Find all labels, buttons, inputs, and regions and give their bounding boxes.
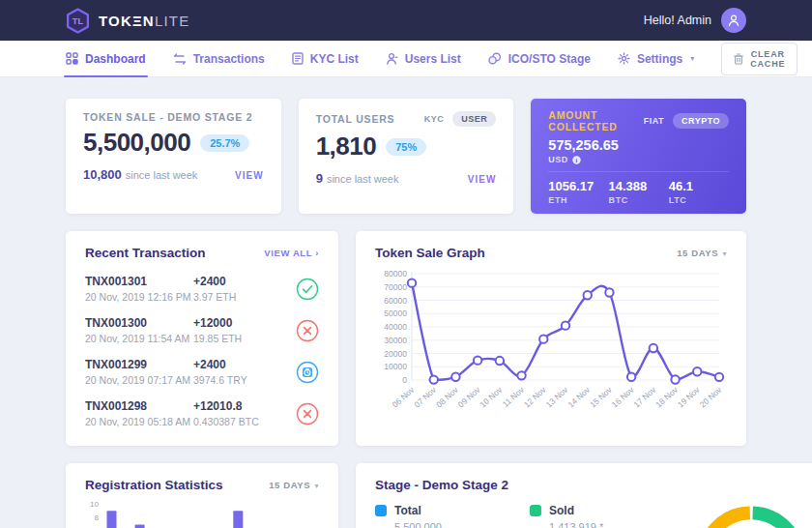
amount-collected-title: AMOUNT COLLECTED xyxy=(548,109,638,132)
nav-tab-transactions[interactable]: Transactions xyxy=(173,41,265,76)
person-icon xyxy=(727,14,740,27)
svg-text:13 Nov: 13 Nov xyxy=(544,385,570,410)
nav-label: Settings xyxy=(637,52,682,66)
token-sale-card: TOKEN SALE - DEMO STAGE 2 5,500,000 25.7… xyxy=(66,99,281,214)
failed-cross-icon xyxy=(296,319,319,342)
kyc-list-icon xyxy=(292,52,304,65)
nav-tab-settings[interactable]: Settings ▾ xyxy=(618,41,694,76)
trash-icon xyxy=(734,53,743,65)
dashboard-content: TOKEN SALE - DEMO STAGE 2 5,500,000 25.7… xyxy=(0,77,812,528)
toggle-fiat[interactable]: FIAT xyxy=(639,113,669,129)
svg-text:50000: 50000 xyxy=(384,308,407,318)
svg-text:10: 10 xyxy=(90,500,99,509)
fiat-amount-value: 575,256.65 xyxy=(548,137,729,153)
svg-text:60000: 60000 xyxy=(384,296,407,306)
token-sale-percent-badge: 25.7% xyxy=(200,134,249,152)
crypto-amount-btc: 14.388 BTC xyxy=(609,179,669,205)
svg-text:40000: 40000 xyxy=(384,322,407,332)
svg-text:14 Nov: 14 Nov xyxy=(566,385,592,410)
chevron-down-icon: ▾ xyxy=(722,249,727,258)
svg-text:09 Nov: 09 Nov xyxy=(456,385,482,410)
dashboard-grid-icon xyxy=(66,52,78,65)
svg-text:30000: 30000 xyxy=(384,336,407,345)
fiat-crypto-toggle: FIAT CRYPTO xyxy=(639,113,729,129)
toggle-user[interactable]: USER xyxy=(452,111,496,127)
nav-tab-dashboard[interactable]: Dashboard xyxy=(66,41,146,76)
fiat-currency-label: USD xyxy=(548,155,568,164)
svg-text:11 Nov: 11 Nov xyxy=(501,385,527,410)
svg-text:80000: 80000 xyxy=(384,269,407,279)
legend-item-sold: Sold 1,413,919 * xyxy=(530,504,684,528)
total-users-percent-badge: 75% xyxy=(386,138,426,156)
total-users-view-link[interactable]: VIEW xyxy=(468,174,497,185)
svg-text:20000: 20000 xyxy=(384,349,407,359)
recent-transactions-card: Recent Transaction VIEW ALL › TNX0013012… xyxy=(66,231,338,446)
settings-gear-icon xyxy=(618,52,630,65)
registration-bar-chart: 108642 xyxy=(85,498,319,528)
brand-logo[interactable]: TL TOKΞNLITE xyxy=(66,8,189,34)
transaction-row[interactable]: TNX00129920 Nov, 2019 07:17 AM +24003974… xyxy=(85,351,319,393)
nav-label: Dashboard xyxy=(85,52,146,66)
chevron-down-icon: ▾ xyxy=(690,54,694,63)
nav-label: ICO/STO Stage xyxy=(508,52,591,66)
greeting-text: Hello! Admin xyxy=(644,14,711,27)
nav-tab-users-list[interactable]: Users List xyxy=(386,41,461,76)
pending-clock-icon xyxy=(296,361,319,384)
nav-label: Users List xyxy=(405,52,461,66)
toggle-kyc[interactable]: KYC xyxy=(420,111,450,127)
total-users-card: TOTAL USERS KYC USER 1,810 75% 9since la… xyxy=(299,99,514,214)
svg-text:15 Nov: 15 Nov xyxy=(588,385,614,410)
users-icon xyxy=(386,52,398,65)
stage-card: Stage - Demo Stage 2 Total 5,500,000 Sol… xyxy=(356,463,812,528)
transaction-row[interactable]: TNX00129820 Nov, 2019 05:18 AM +12010.80… xyxy=(85,393,319,434)
nav-tab-kyc-list[interactable]: KYC List xyxy=(292,41,359,76)
token-sale-graph-title: Token Sale Graph xyxy=(375,246,485,260)
stage-donut-chart: 5,500,000TLE xyxy=(684,494,812,528)
registration-statistics-title: Registration Statistics xyxy=(85,478,223,492)
svg-text:10 Nov: 10 Nov xyxy=(478,385,504,410)
transaction-row[interactable]: TNX00130020 Nov, 2019 11:54 AM +1200019.… xyxy=(85,309,319,351)
transaction-row[interactable]: TNX00130120 Nov, 2019 12:16 PM +24003.97… xyxy=(85,268,319,309)
brand-hexagon-icon: TL xyxy=(66,8,90,34)
svg-text:20 Nov: 20 Nov xyxy=(698,385,724,410)
svg-text:06 Nov: 06 Nov xyxy=(391,385,417,410)
topbar: TL TOKΞNLITE Hello! Admin xyxy=(0,0,812,41)
total-users-delta: 9 xyxy=(316,171,323,186)
svg-text:19 Nov: 19 Nov xyxy=(676,385,702,410)
info-icon[interactable]: i xyxy=(572,156,581,164)
svg-text:i: i xyxy=(575,157,577,162)
svg-text:8: 8 xyxy=(95,513,100,522)
total-swatch xyxy=(375,505,387,516)
token-sale-delta: 10,800 xyxy=(83,167,122,182)
success-check-icon xyxy=(296,278,319,301)
svg-text:70000: 70000 xyxy=(384,282,407,292)
transactions-swap-icon xyxy=(173,53,187,65)
svg-text:TL: TL xyxy=(72,16,84,26)
nav-tab-ico-sto-stage[interactable]: ICO/STO Stage xyxy=(488,41,591,76)
total-users-delta-suffix: since last week xyxy=(327,173,399,185)
stage-legend: Total 5,500,000 Sold 1,413,919 * Sale % … xyxy=(375,504,684,528)
token-sale-value: 5,500,000 xyxy=(83,128,190,158)
line-chart-period-dropdown[interactable]: 15 DAYS ▾ xyxy=(677,248,727,258)
users-kyc-toggle: KYC USER xyxy=(420,111,497,127)
svg-text:16 Nov: 16 Nov xyxy=(610,385,636,410)
recent-transactions-title: Recent Transaction xyxy=(85,246,206,260)
token-sale-graph-card: Token Sale Graph 15 DAYS ▾ 0100002000030… xyxy=(356,231,746,446)
clear-cache-button[interactable]: CLEAR CACHE xyxy=(721,43,798,75)
dashboard-page: TL TOKΞNLITE Hello! Admin Dashboard xyxy=(0,0,812,528)
toggle-crypto[interactable]: CRYPTO xyxy=(673,113,729,129)
registration-statistics-card: Registration Statistics 15 DAYS ▾ 108642 xyxy=(66,463,338,528)
svg-text:12 Nov: 12 Nov xyxy=(522,385,548,410)
user-avatar[interactable] xyxy=(721,8,746,33)
legend-item-total: Total 5,500,000 xyxy=(375,504,530,528)
brand-name: TOKΞNLITE xyxy=(99,13,189,29)
token-sale-title: TOKEN SALE - DEMO STAGE 2 xyxy=(83,111,252,123)
view-all-link[interactable]: VIEW ALL › xyxy=(264,248,319,258)
bar-chart-period-dropdown[interactable]: 15 DAYS ▾ xyxy=(269,480,319,490)
failed-cross-icon xyxy=(296,402,319,425)
svg-text:0: 0 xyxy=(402,375,407,385)
token-sale-view-link[interactable]: VIEW xyxy=(235,170,264,181)
crypto-amount-ltc: 46.1 LTC xyxy=(669,179,729,205)
svg-text:18 Nov: 18 Nov xyxy=(653,385,680,410)
token-sale-delta-suffix: since last week xyxy=(126,169,198,181)
